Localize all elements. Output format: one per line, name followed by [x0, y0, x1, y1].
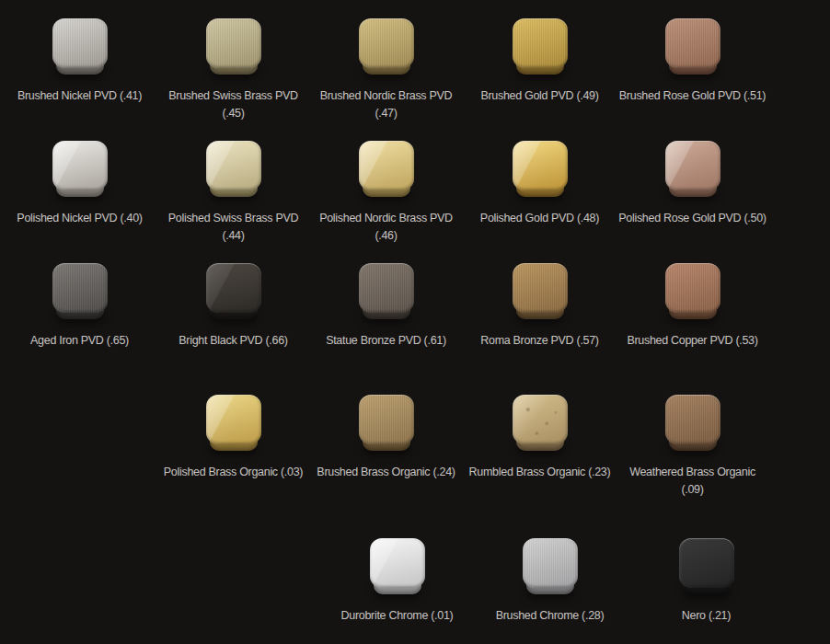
finish-label: Polished Nordic Brass PVD (.46)	[309, 210, 463, 245]
finish-label-line: Rumbled Brass Organic (.23)	[463, 464, 617, 481]
finish-label-line: Nero (.21)	[629, 607, 783, 625]
finish-swatch	[206, 395, 261, 451]
finish-card[interactable]: Aged Iron PVD (.65)	[3, 263, 156, 350]
finish-label: Brushed Brass Organic (.24)	[309, 464, 463, 481]
finish-label-line: Weathered Brass Organic	[616, 464, 769, 481]
finish-label-line: Bright Black PVD (.66)	[156, 332, 310, 350]
finish-swatch	[679, 538, 734, 594]
finish-card[interactable]: Brushed Chrome (.28)	[473, 538, 627, 625]
finish-row-3: Aged Iron PVD (.65) Bright Black PVD (.6…	[0, 263, 830, 264]
finish-swatch	[513, 263, 568, 319]
finish-swatch	[52, 18, 108, 75]
swatch-face	[665, 395, 720, 444]
finish-row-4: Polished Brass Organic (.03) Brushed Bra…	[0, 395, 830, 396]
finish-grid: Brushed Nickel PVD (.41) Brushed Swiss B…	[0, 0, 830, 644]
finish-card[interactable]: Bright Black PVD (.66)	[156, 263, 310, 350]
swatch-face	[206, 18, 261, 68]
finish-card[interactable]: Rumbled Brass Organic (.23)	[463, 395, 617, 481]
finish-label-line: Brushed Copper PVD (.53)	[616, 332, 769, 350]
swatch-face	[52, 141, 108, 190]
finish-swatch	[359, 18, 414, 75]
finish-swatch	[665, 263, 720, 319]
swatch-face	[370, 538, 425, 588]
swatch-face	[513, 18, 568, 68]
finish-label: Roma Bronze PVD (.57)	[463, 332, 617, 350]
finish-card[interactable]: Brushed Brass Organic (.24)	[309, 395, 463, 481]
finish-swatch	[359, 263, 414, 319]
finish-card[interactable]: Polished Swiss Brass PVD (.44)	[156, 141, 310, 245]
finish-label: Brushed Nordic Brass PVD (.47)	[309, 87, 463, 122]
finish-card[interactable]: Polished Gold PVD (.48)	[463, 141, 617, 227]
finish-swatch	[665, 18, 720, 75]
finish-swatch	[359, 395, 414, 451]
finish-row-5: Durobrite Chrome (.01) Brushed Chrome (.…	[0, 538, 830, 539]
finish-label: Brushed Copper PVD (.53)	[616, 332, 769, 350]
finish-card[interactable]: Weathered Brass Organic (.09)	[616, 395, 769, 499]
finish-label-line: Brushed Gold PVD (.49)	[463, 87, 617, 105]
finish-card[interactable]: Polished Rose Gold PVD (.50)	[616, 141, 769, 227]
finish-label: Aged Iron PVD (.65)	[3, 332, 156, 350]
finish-label: Polished Nickel PVD (.40)	[3, 210, 156, 227]
finish-row-2: Polished Nickel PVD (.40) Polished Swiss…	[0, 141, 830, 142]
finish-label-line: Durobrite Chrome (.01)	[320, 607, 474, 625]
swatch-face	[513, 395, 568, 444]
finish-label: Polished Swiss Brass PVD (.44)	[156, 210, 310, 245]
swatch-face	[359, 18, 414, 68]
finish-label: Bright Black PVD (.66)	[156, 332, 310, 350]
swatch-face	[359, 395, 414, 444]
finish-swatch	[206, 263, 261, 319]
finish-label-line: (.46)	[309, 227, 463, 245]
swatch-face	[523, 538, 578, 588]
finish-card[interactable]: Nero (.21)	[629, 538, 783, 625]
finish-label-line: Brushed Nordic Brass PVD	[309, 87, 463, 105]
finish-label-line: Statue Bronze PVD (.61)	[309, 332, 463, 350]
finish-label: Weathered Brass Organic (.09)	[616, 464, 769, 499]
finish-card[interactable]: Brushed Gold PVD (.49)	[463, 18, 617, 105]
finish-label: Durobrite Chrome (.01)	[320, 607, 474, 625]
finish-label-line: Polished Brass Organic (.03)	[156, 464, 310, 481]
finish-swatch	[370, 538, 425, 594]
finish-card[interactable]: Roma Bronze PVD (.57)	[463, 263, 617, 350]
finish-card[interactable]: Brushed Swiss Brass PVD (.45)	[156, 18, 310, 122]
finish-swatch	[52, 263, 108, 319]
finish-swatch	[513, 18, 568, 75]
finish-card[interactable]: Statue Bronze PVD (.61)	[309, 263, 463, 350]
swatch-face	[52, 263, 108, 313]
swatch-face	[679, 538, 734, 588]
finish-label-line: Aged Iron PVD (.65)	[3, 332, 156, 350]
finish-label-line: (.44)	[156, 227, 310, 245]
swatch-face	[665, 18, 720, 68]
swatch-face	[513, 263, 568, 313]
finish-card[interactable]: Brushed Rose Gold PVD (.51)	[616, 18, 769, 105]
finish-card[interactable]: Brushed Nordic Brass PVD (.47)	[309, 18, 463, 122]
swatch-face	[665, 263, 720, 313]
swatch-face	[359, 263, 414, 313]
finish-label: Brushed Nickel PVD (.41)	[3, 87, 156, 105]
finish-label: Polished Brass Organic (.03)	[156, 464, 310, 481]
finish-card[interactable]: Polished Nickel PVD (.40)	[3, 141, 156, 227]
finish-swatch	[206, 18, 261, 75]
finish-card[interactable]: Brushed Nickel PVD (.41)	[3, 18, 156, 105]
finish-card[interactable]: Brushed Copper PVD (.53)	[616, 263, 769, 350]
finish-label-line: Brushed Chrome (.28)	[473, 607, 627, 625]
finish-label-line: Roma Bronze PVD (.57)	[463, 332, 617, 350]
finish-label: Brushed Rose Gold PVD (.51)	[616, 87, 769, 105]
finish-label-line: (.47)	[309, 105, 463, 122]
finish-label: Brushed Swiss Brass PVD (.45)	[156, 87, 310, 122]
swatch-face	[359, 141, 414, 190]
finish-card[interactable]: Polished Brass Organic (.03)	[156, 395, 310, 481]
swatch-face	[206, 263, 261, 313]
finish-label-line: Polished Gold PVD (.48)	[463, 210, 617, 227]
finish-label-line: Brushed Brass Organic (.24)	[309, 464, 463, 481]
finish-card[interactable]: Durobrite Chrome (.01)	[320, 538, 474, 625]
swatch-face	[665, 141, 720, 190]
finish-label-line: (.45)	[156, 105, 310, 122]
finish-label: Brushed Chrome (.28)	[473, 607, 627, 625]
finish-card[interactable]: Polished Nordic Brass PVD (.46)	[309, 141, 463, 245]
finish-label: Polished Rose Gold PVD (.50)	[616, 210, 769, 227]
finish-label: Nero (.21)	[629, 607, 783, 625]
finish-swatch	[206, 141, 261, 197]
finish-label-line: Brushed Swiss Brass PVD	[156, 87, 310, 105]
finish-label-line: Polished Swiss Brass PVD	[156, 210, 310, 227]
finish-label: Brushed Gold PVD (.49)	[463, 87, 617, 105]
